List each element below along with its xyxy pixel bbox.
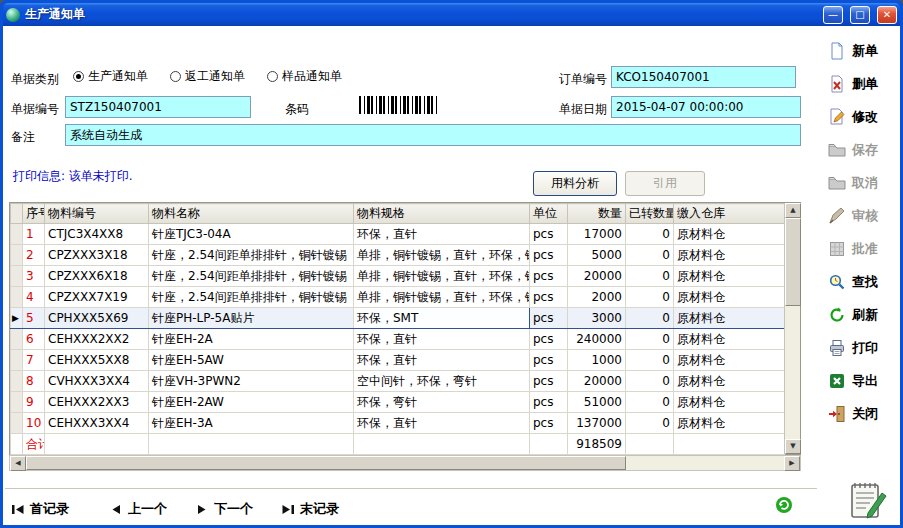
table-row[interactable]: 10CEHXXX3XX4针座EH-3A环保，直针pcs1370000原材料仓 — [11, 413, 785, 434]
table-horizontal-scrollbar[interactable]: ◀ ▶ — [9, 455, 801, 471]
last-record-button[interactable]: 末记录 — [281, 500, 339, 518]
cell-material-code[interactable]: CEHXXX2XX2 — [45, 329, 149, 350]
table-row[interactable]: 9CEHXXX2XX3针座EH-2AW环保，弯针pcs510000原材料仓 — [11, 392, 785, 413]
modify-button[interactable]: 修改 — [828, 106, 900, 128]
cell-transferred-qty[interactable]: 0 — [626, 308, 674, 329]
table-row[interactable]: 4CPZXXX7X19针座，2.54间距单排排针，铜针镀锡单排，铜针镀锡，直针，… — [11, 287, 785, 308]
cell-warehouse[interactable]: 原材料仓 — [674, 224, 785, 245]
cell-material-spec[interactable]: 空中间针，环保，弯针 — [354, 371, 530, 392]
cell-qty[interactable]: 2000 — [568, 287, 626, 308]
cell-material-name[interactable]: 针座PH-LP-5A贴片 — [149, 308, 354, 329]
remark-field[interactable] — [65, 124, 801, 146]
cell-material-code[interactable]: CEHXXX2XX3 — [45, 392, 149, 413]
cell-material-spec[interactable]: 单排，铜针镀锡，直针，环保，针长， — [354, 287, 530, 308]
horizontal-scrollbar-thumb[interactable] — [26, 456, 626, 470]
cell-qty[interactable]: 17000 — [568, 224, 626, 245]
audit-button[interactable]: 审核 — [828, 205, 900, 227]
cell-material-spec[interactable]: 环保，直针 — [354, 350, 530, 371]
export-button[interactable]: 导出 — [828, 370, 900, 392]
cell-qty[interactable]: 5000 — [568, 245, 626, 266]
vertical-scrollbar-thumb[interactable] — [785, 218, 801, 306]
cell-warehouse[interactable]: 原材料仓 — [674, 350, 785, 371]
cell-material-name[interactable]: 针座，2.54间距单排排针，铜针镀锡 — [149, 287, 354, 308]
cell-transferred-qty[interactable]: 0 — [626, 371, 674, 392]
cell-material-code[interactable]: CVHXXX3XX4 — [45, 371, 149, 392]
cell-material-name[interactable]: 针座EH-3A — [149, 413, 354, 434]
table-row[interactable]: 2CPZXXX3X18针座，2.54间距单排排针，铜针镀锡单排，铜针镀锡，直针，… — [11, 245, 785, 266]
new-doc-button[interactable]: 新单 — [828, 40, 900, 62]
scroll-left-icon[interactable]: ◀ — [10, 456, 26, 471]
maximize-button[interactable]: □ — [850, 6, 870, 24]
table-row[interactable]: 6CEHXXX2XX2针座EH-2A环保，直针pcs2400000原材料仓 — [11, 329, 785, 350]
cell-unit[interactable]: pcs — [530, 266, 568, 287]
cell-unit[interactable]: pcs — [530, 413, 568, 434]
cell-transferred-qty[interactable]: 0 — [626, 287, 674, 308]
cell-qty[interactable]: 20000 — [568, 371, 626, 392]
cell-warehouse[interactable]: 原材料仓 — [674, 329, 785, 350]
close-window-button[interactable]: ✕ — [877, 6, 897, 24]
cell-material-spec[interactable]: 单排，铜针镀锡，直针，环保，针长， — [354, 245, 530, 266]
cell-material-name[interactable]: 针座TJC3-04A — [149, 224, 354, 245]
cell-transferred-qty[interactable]: 0 — [626, 329, 674, 350]
cell-transferred-qty[interactable]: 0 — [626, 392, 674, 413]
cell-transferred-qty[interactable]: 0 — [626, 245, 674, 266]
next-record-button[interactable]: 下一个 — [195, 500, 253, 518]
save-button[interactable]: 保存 — [828, 139, 900, 161]
delete-doc-button[interactable]: 删单 — [828, 73, 900, 95]
cell-material-spec[interactable]: 环保，弯针 — [354, 392, 530, 413]
cell-material-spec[interactable]: 环保，直针 — [354, 329, 530, 350]
cell-material-code[interactable]: CTJC3X4XX8 — [45, 224, 149, 245]
title-bar[interactable]: 生产通知单 — □ ✕ — [3, 3, 900, 26]
table-vertical-scrollbar[interactable]: ▲ ▼ — [784, 203, 800, 454]
material-analysis-button[interactable]: 用料分析 — [533, 171, 617, 196]
cell-warehouse[interactable]: 原材料仓 — [674, 245, 785, 266]
cell-material-spec[interactable]: 单排，铜针镀锡，直针，环保，针长， — [354, 266, 530, 287]
cell-unit[interactable]: pcs — [530, 329, 568, 350]
order-no-field[interactable] — [611, 66, 796, 88]
radio-production-notice[interactable]: 生产通知单 — [73, 68, 148, 85]
cell-unit[interactable]: pcs — [530, 245, 568, 266]
cell-unit[interactable]: pcs — [530, 371, 568, 392]
approve-button[interactable]: 批准 — [828, 238, 900, 260]
table-row[interactable]: 3CPZXXX6X18针座，2.54间距单排排针，铜针镀锡单排，铜针镀锡，直针，… — [11, 266, 785, 287]
cell-material-name[interactable]: 针座EH-2AW — [149, 392, 354, 413]
refresh-button[interactable]: 刷新 — [828, 304, 900, 326]
cell-warehouse[interactable]: 原材料仓 — [674, 413, 785, 434]
cell-material-name[interactable]: 针座EH-2A — [149, 329, 354, 350]
table-row[interactable]: 1CTJC3X4XX8针座TJC3-04A环保，直针pcs170000原材料仓 — [11, 224, 785, 245]
quote-button[interactable]: 引用 — [625, 171, 705, 196]
cell-qty[interactable]: 3000 — [568, 308, 626, 329]
cell-warehouse[interactable]: 原材料仓 — [674, 308, 785, 329]
cell-unit[interactable]: pcs — [530, 287, 568, 308]
cell-material-code[interactable]: CPZXXX3X18 — [45, 245, 149, 266]
scroll-down-icon[interactable]: ▼ — [785, 439, 801, 454]
cell-warehouse[interactable]: 原材料仓 — [674, 266, 785, 287]
cell-qty[interactable]: 51000 — [568, 392, 626, 413]
cell-material-code[interactable]: CPZXXX6X18 — [45, 266, 149, 287]
cell-material-name[interactable]: 针座，2.54间距单排排针，铜针镀锡 — [149, 266, 354, 287]
cell-material-spec[interactable]: 环保，直针 — [354, 413, 530, 434]
table-row[interactable]: ▶5CPHXXX5X69针座PH-LP-5A贴片环保，SMTpcs30000原材… — [11, 308, 785, 329]
cell-warehouse[interactable]: 原材料仓 — [674, 371, 785, 392]
print-button[interactable]: 打印 — [828, 337, 900, 359]
cell-transferred-qty[interactable]: 0 — [626, 224, 674, 245]
cell-material-code[interactable]: CEHXXX3XX4 — [45, 413, 149, 434]
doc-date-field[interactable] — [611, 96, 801, 118]
scroll-right-icon[interactable]: ▶ — [784, 456, 800, 471]
cell-material-spec[interactable]: 环保，SMT — [354, 308, 530, 329]
cell-warehouse[interactable]: 原材料仓 — [674, 287, 785, 308]
cell-warehouse[interactable]: 原材料仓 — [674, 392, 785, 413]
cell-material-spec[interactable]: 环保，直针 — [354, 224, 530, 245]
cell-transferred-qty[interactable]: 0 — [626, 350, 674, 371]
cell-material-code[interactable]: CEHXXX5XX8 — [45, 350, 149, 371]
sync-status-icon[interactable] — [775, 496, 793, 514]
cell-unit[interactable]: pcs — [530, 350, 568, 371]
cell-material-name[interactable]: 针座，2.54间距单排排针，铜针镀锡 — [149, 245, 354, 266]
cell-material-name[interactable]: 针座EH-5AW — [149, 350, 354, 371]
close-button[interactable]: 关闭 — [828, 403, 900, 425]
find-button[interactable]: 查找 — [828, 271, 900, 293]
cell-material-code[interactable]: CPHXXX5X69 — [45, 308, 149, 329]
cell-unit[interactable]: pcs — [530, 392, 568, 413]
cell-unit[interactable]: pcs — [530, 308, 568, 329]
cell-qty[interactable]: 137000 — [568, 413, 626, 434]
